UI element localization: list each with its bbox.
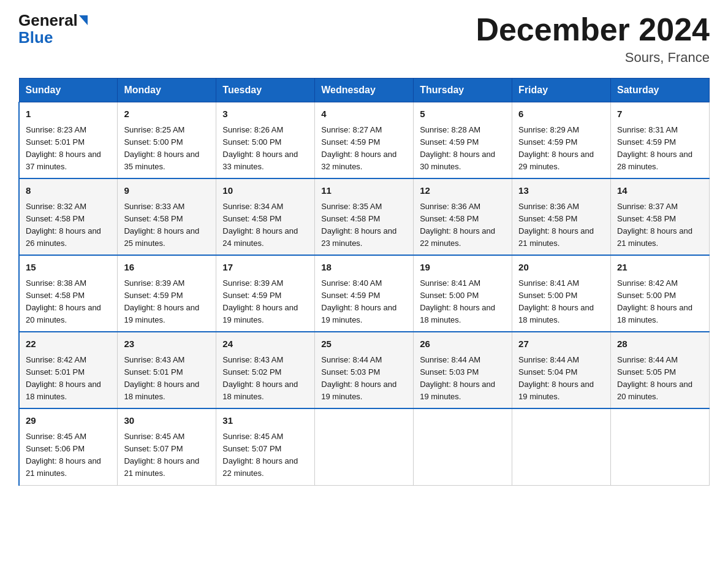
day-number: 3 (222, 107, 308, 121)
col-thursday: Thursday (414, 79, 512, 102)
day-info: Sunrise: 8:39 AMSunset: 4:59 PMDaylight:… (222, 278, 298, 324)
day-info: Sunrise: 8:23 AMSunset: 5:01 PMDaylight:… (26, 125, 101, 171)
day-number: 6 (518, 107, 604, 121)
location-label: Sours, France (476, 50, 710, 66)
day-info: Sunrise: 8:33 AMSunset: 4:58 PMDaylight:… (124, 202, 199, 248)
table-row: 4Sunrise: 8:27 AMSunset: 4:59 PMDaylight… (315, 102, 414, 179)
day-info: Sunrise: 8:31 AMSunset: 4:59 PMDaylight:… (617, 125, 692, 171)
calendar-week-row: 8Sunrise: 8:32 AMSunset: 4:58 PMDaylight… (19, 178, 710, 255)
day-number: 31 (222, 414, 308, 428)
page-header: General Blue December 2024 Sours, France (18, 12, 710, 66)
day-number: 15 (26, 261, 111, 275)
table-row (414, 408, 512, 485)
day-info: Sunrise: 8:36 AMSunset: 4:58 PMDaylight:… (518, 202, 594, 248)
col-friday: Friday (512, 79, 611, 102)
table-row: 18Sunrise: 8:40 AMSunset: 4:59 PMDayligh… (315, 255, 414, 332)
day-number: 1 (26, 107, 111, 121)
table-row: 5Sunrise: 8:28 AMSunset: 4:59 PMDaylight… (414, 102, 512, 179)
day-number: 4 (321, 107, 407, 121)
table-row: 22Sunrise: 8:42 AMSunset: 5:01 PMDayligh… (19, 332, 118, 408)
day-number: 8 (26, 184, 111, 198)
day-info: Sunrise: 8:45 AMSunset: 5:07 PMDaylight:… (222, 432, 298, 478)
table-row: 6Sunrise: 8:29 AMSunset: 4:59 PMDaylight… (512, 102, 611, 179)
table-row: 3Sunrise: 8:26 AMSunset: 5:00 PMDaylight… (216, 102, 315, 179)
table-row: 8Sunrise: 8:32 AMSunset: 4:58 PMDaylight… (19, 178, 118, 255)
day-info: Sunrise: 8:45 AMSunset: 5:06 PMDaylight:… (26, 432, 101, 478)
day-number: 9 (124, 184, 210, 198)
table-row: 27Sunrise: 8:44 AMSunset: 5:04 PMDayligh… (512, 332, 611, 408)
table-row: 23Sunrise: 8:43 AMSunset: 5:01 PMDayligh… (118, 332, 216, 408)
table-row: 31Sunrise: 8:45 AMSunset: 5:07 PMDayligh… (216, 408, 315, 485)
day-number: 20 (518, 261, 604, 275)
table-row: 10Sunrise: 8:34 AMSunset: 4:58 PMDayligh… (216, 178, 315, 255)
day-info: Sunrise: 8:39 AMSunset: 4:59 PMDaylight:… (124, 278, 199, 324)
day-number: 22 (26, 337, 111, 351)
day-info: Sunrise: 8:41 AMSunset: 5:00 PMDaylight:… (420, 278, 495, 324)
day-info: Sunrise: 8:45 AMSunset: 5:07 PMDaylight:… (124, 432, 199, 478)
day-number: 17 (222, 261, 308, 275)
day-number: 26 (420, 337, 506, 351)
day-number: 13 (518, 184, 604, 198)
table-row: 24Sunrise: 8:43 AMSunset: 5:02 PMDayligh… (216, 332, 315, 408)
col-wednesday: Wednesday (315, 79, 414, 102)
table-row: 11Sunrise: 8:35 AMSunset: 4:58 PMDayligh… (315, 178, 414, 255)
day-number: 21 (617, 261, 703, 275)
day-info: Sunrise: 8:44 AMSunset: 5:04 PMDaylight:… (518, 355, 594, 401)
day-info: Sunrise: 8:42 AMSunset: 5:00 PMDaylight:… (617, 278, 692, 324)
table-row: 16Sunrise: 8:39 AMSunset: 4:59 PMDayligh… (118, 255, 216, 332)
table-row: 28Sunrise: 8:44 AMSunset: 5:05 PMDayligh… (611, 332, 710, 408)
day-info: Sunrise: 8:44 AMSunset: 5:03 PMDaylight:… (321, 355, 396, 401)
day-number: 14 (617, 184, 703, 198)
table-row (512, 408, 611, 485)
table-row: 25Sunrise: 8:44 AMSunset: 5:03 PMDayligh… (315, 332, 414, 408)
title-area: December 2024 Sours, France (476, 12, 710, 66)
calendar-week-row: 22Sunrise: 8:42 AMSunset: 5:01 PMDayligh… (19, 332, 710, 408)
day-number: 18 (321, 261, 407, 275)
day-number: 27 (518, 337, 604, 351)
table-row: 17Sunrise: 8:39 AMSunset: 4:59 PMDayligh… (216, 255, 315, 332)
table-row: 30Sunrise: 8:45 AMSunset: 5:07 PMDayligh… (118, 408, 216, 485)
calendar-week-row: 29Sunrise: 8:45 AMSunset: 5:06 PMDayligh… (19, 408, 710, 485)
table-row (315, 408, 414, 485)
col-sunday: Sunday (19, 79, 118, 102)
day-info: Sunrise: 8:38 AMSunset: 4:58 PMDaylight:… (26, 278, 101, 324)
day-info: Sunrise: 8:44 AMSunset: 5:03 PMDaylight:… (420, 355, 495, 401)
day-number: 2 (124, 107, 210, 121)
day-number: 10 (222, 184, 308, 198)
day-info: Sunrise: 8:25 AMSunset: 5:00 PMDaylight:… (124, 125, 199, 171)
month-title: December 2024 (476, 12, 710, 47)
day-number: 16 (124, 261, 210, 275)
table-row: 20Sunrise: 8:41 AMSunset: 5:00 PMDayligh… (512, 255, 611, 332)
day-number: 25 (321, 337, 407, 351)
table-row: 29Sunrise: 8:45 AMSunset: 5:06 PMDayligh… (19, 408, 118, 485)
table-row: 15Sunrise: 8:38 AMSunset: 4:58 PMDayligh… (19, 255, 118, 332)
calendar-header-row: Sunday Monday Tuesday Wednesday Thursday… (19, 79, 710, 102)
calendar-week-row: 15Sunrise: 8:38 AMSunset: 4:58 PMDayligh… (19, 255, 710, 332)
day-info: Sunrise: 8:41 AMSunset: 5:00 PMDaylight:… (518, 278, 594, 324)
day-number: 5 (420, 107, 506, 121)
logo-text-general: General (18, 12, 78, 28)
logo: General Blue (18, 12, 88, 47)
day-number: 11 (321, 184, 407, 198)
day-info: Sunrise: 8:34 AMSunset: 4:58 PMDaylight:… (222, 202, 298, 248)
table-row: 14Sunrise: 8:37 AMSunset: 4:58 PMDayligh… (611, 178, 710, 255)
day-info: Sunrise: 8:43 AMSunset: 5:01 PMDaylight:… (124, 355, 199, 401)
day-info: Sunrise: 8:32 AMSunset: 4:58 PMDaylight:… (26, 202, 101, 248)
calendar-table: Sunday Monday Tuesday Wednesday Thursday… (18, 78, 710, 485)
day-info: Sunrise: 8:35 AMSunset: 4:58 PMDaylight:… (321, 202, 396, 248)
logo-text-blue: Blue (18, 28, 53, 47)
table-row: 26Sunrise: 8:44 AMSunset: 5:03 PMDayligh… (414, 332, 512, 408)
day-info: Sunrise: 8:42 AMSunset: 5:01 PMDaylight:… (26, 355, 101, 401)
day-info: Sunrise: 8:26 AMSunset: 5:00 PMDaylight:… (222, 125, 298, 171)
day-info: Sunrise: 8:37 AMSunset: 4:58 PMDaylight:… (617, 202, 692, 248)
day-number: 7 (617, 107, 703, 121)
day-info: Sunrise: 8:44 AMSunset: 5:05 PMDaylight:… (617, 355, 692, 401)
day-number: 24 (222, 337, 308, 351)
day-info: Sunrise: 8:36 AMSunset: 4:58 PMDaylight:… (420, 202, 495, 248)
day-number: 28 (617, 337, 703, 351)
col-saturday: Saturday (611, 79, 710, 102)
table-row: 2Sunrise: 8:25 AMSunset: 5:00 PMDaylight… (118, 102, 216, 179)
logo-arrow-icon (79, 15, 88, 25)
table-row: 9Sunrise: 8:33 AMSunset: 4:58 PMDaylight… (118, 178, 216, 255)
day-number: 23 (124, 337, 210, 351)
